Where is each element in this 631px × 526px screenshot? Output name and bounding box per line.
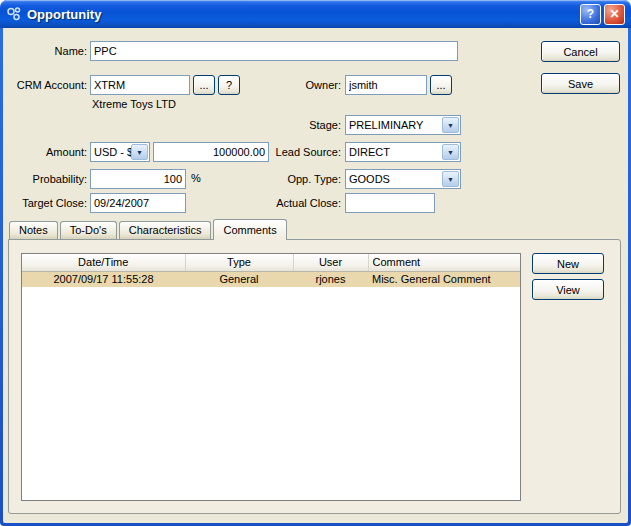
chevron-down-icon[interactable]: ▼ bbox=[442, 144, 459, 160]
currency-select[interactable]: USD - $ ▼ bbox=[90, 142, 150, 162]
table-header-row: Date/Time Type User Comment bbox=[22, 254, 520, 271]
comments-table-container: Date/Time Type User Comment 2007/09/17 1… bbox=[21, 253, 521, 501]
crm-account-name-text: Xtreme Toys LTD bbox=[92, 98, 176, 110]
cancel-button[interactable]: Cancel bbox=[541, 41, 620, 62]
lead-source-select[interactable]: DIRECT ▼ bbox=[345, 142, 461, 162]
comments-table: Date/Time Type User Comment 2007/09/17 1… bbox=[22, 254, 520, 287]
chevron-down-icon[interactable]: ▼ bbox=[442, 117, 459, 133]
actual-close-label: Actual Close: bbox=[223, 193, 341, 213]
owner-label: Owner: bbox=[223, 75, 341, 95]
probability-label: Probability: bbox=[3, 169, 87, 189]
target-close-input[interactable] bbox=[90, 193, 186, 213]
tab-todos[interactable]: To-Do's bbox=[60, 221, 117, 239]
app-icon bbox=[6, 6, 22, 22]
owner-browse-button[interactable]: ... bbox=[430, 75, 452, 95]
titlebar-buttons: ? ✕ bbox=[580, 4, 625, 25]
tab-characteristics[interactable]: Characteristics bbox=[119, 221, 212, 239]
window-title: Opportunity bbox=[27, 7, 101, 22]
lead-source-value: DIRECT bbox=[349, 146, 390, 158]
view-button[interactable]: View bbox=[532, 279, 604, 300]
chevron-down-icon[interactable]: ▼ bbox=[442, 171, 459, 187]
titlebar[interactable]: Opportunity ? ✕ bbox=[0, 0, 631, 28]
percent-label: % bbox=[191, 172, 201, 184]
crm-account-label: CRM Account: bbox=[3, 75, 87, 95]
tab-notes[interactable]: Notes bbox=[9, 221, 58, 239]
save-button[interactable]: Save bbox=[541, 73, 620, 94]
crm-account-input[interactable] bbox=[90, 75, 190, 95]
target-close-label: Target Close: bbox=[3, 193, 87, 213]
name-label: Name: bbox=[3, 41, 87, 61]
stage-select[interactable]: PRELIMINARY ▼ bbox=[345, 115, 461, 135]
opportunity-window: Opportunity ? ✕ Name: Cancel CRM Account… bbox=[0, 0, 631, 526]
dialog-body: Name: Cancel CRM Account: ... ? Owner: .… bbox=[3, 28, 628, 523]
col-header-comment[interactable]: Comment bbox=[368, 254, 520, 271]
table-row[interactable]: 2007/09/17 11:55:28 General rjones Misc.… bbox=[22, 271, 520, 287]
opp-type-select[interactable]: GOODS ▼ bbox=[345, 169, 461, 189]
tab-comments[interactable]: Comments bbox=[213, 219, 286, 240]
cell-comment: Misc. General Comment bbox=[368, 271, 520, 287]
crm-account-browse-button[interactable]: ... bbox=[193, 75, 215, 95]
cell-user: rjones bbox=[293, 271, 368, 287]
opp-type-label: Opp. Type: bbox=[223, 169, 341, 189]
col-header-type[interactable]: Type bbox=[185, 254, 293, 271]
comments-panel: Date/Time Type User Comment 2007/09/17 1… bbox=[8, 239, 621, 514]
probability-input[interactable] bbox=[90, 169, 186, 189]
amount-label: Amount: bbox=[3, 142, 87, 162]
stage-label: Stage: bbox=[223, 115, 341, 135]
col-header-user[interactable]: User bbox=[293, 254, 368, 271]
chevron-down-icon[interactable]: ▼ bbox=[131, 144, 148, 160]
opp-type-value: GOODS bbox=[349, 173, 390, 185]
name-input[interactable] bbox=[90, 41, 458, 61]
cell-datetime: 2007/09/17 11:55:28 bbox=[22, 271, 185, 287]
new-button[interactable]: New bbox=[532, 253, 604, 274]
actual-close-input[interactable] bbox=[345, 193, 435, 213]
cell-type: General bbox=[185, 271, 293, 287]
stage-value: PRELIMINARY bbox=[349, 119, 423, 131]
col-header-datetime[interactable]: Date/Time bbox=[22, 254, 185, 271]
owner-input[interactable] bbox=[345, 75, 427, 95]
close-button[interactable]: ✕ bbox=[604, 4, 625, 25]
tab-strip: Notes To-Do's Characteristics Comments bbox=[9, 219, 287, 240]
currency-value: USD - $ bbox=[94, 146, 133, 158]
lead-source-label: Lead Source: bbox=[223, 142, 341, 162]
help-button[interactable]: ? bbox=[580, 4, 601, 25]
